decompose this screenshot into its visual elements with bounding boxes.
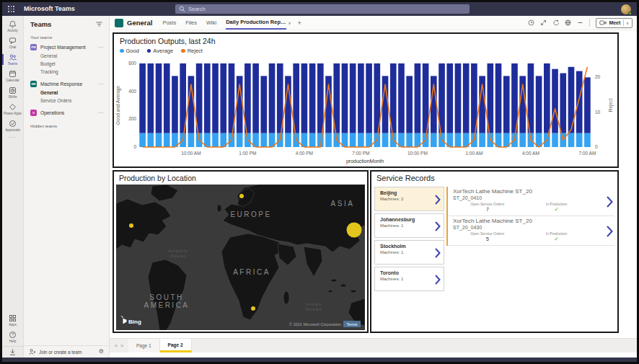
map-dot-toronto[interactable]: [129, 223, 133, 228]
app-rail: Activity Chat Teams Calendar Shifts Powe…: [2, 16, 24, 358]
hidden-teams-label[interactable]: Hidden teams: [30, 124, 109, 128]
sidebar-title: Teams: [30, 20, 51, 28]
rail-item-power-apps[interactable]: Power Apps: [2, 102, 23, 117]
gear-icon[interactable]: ⚙: [99, 349, 104, 355]
service-records-panel: Service Records Beijing Machines: 2 Joha…: [370, 170, 619, 333]
channel-row[interactable]: Service Orders: [24, 97, 109, 105]
download-desktop-button[interactable]: [2, 346, 23, 358]
channel-row[interactable]: Tracking: [24, 68, 109, 76]
page-next-button[interactable]: >: [120, 343, 123, 348]
chevron-right-icon[interactable]: [607, 226, 613, 237]
page-tab-1[interactable]: Page 1: [128, 339, 160, 352]
bell-icon: [9, 20, 17, 28]
rail-item-chat[interactable]: Chat: [2, 35, 23, 50]
team-more-button[interactable]: ···: [98, 45, 104, 50]
chevron-right-icon[interactable]: [607, 196, 613, 208]
channel-row[interactable]: Budget: [24, 60, 109, 68]
team-avatar: MR: [30, 81, 37, 87]
join-or-create-team-button[interactable]: Join or create a team ⚙: [24, 345, 109, 358]
tab-dropdown-icon[interactable]: ∨: [288, 21, 291, 25]
production-chart-panel: Production Outputs, last 24h Good Averag…: [113, 32, 619, 168]
filter-icon[interactable]: [95, 20, 103, 28]
collapse-icon[interactable]: [577, 19, 583, 26]
chevron-right-icon[interactable]: [435, 195, 441, 205]
meet-dropdown-icon[interactable]: ∨: [626, 21, 629, 25]
chevron-right-icon[interactable]: [435, 221, 441, 231]
person-add-icon: [29, 348, 36, 355]
add-tab-button[interactable]: +: [298, 19, 301, 27]
map-dot-stockholm[interactable]: [239, 194, 244, 198]
channel-row-active[interactable]: General: [24, 89, 109, 97]
channel-row[interactable]: General: [24, 52, 109, 60]
team-row-project-management[interactable]: PM Project Management ···: [24, 42, 109, 52]
machine-card-st20-0430[interactable]: XorTech Lathe Machine ST_20 ST_20_0430 O…: [449, 216, 614, 246]
open-service-orders-value: 7: [453, 207, 522, 212]
rail-more-button[interactable]: ···: [2, 135, 23, 143]
chart-legend: Good Average Reject: [120, 48, 617, 54]
svg-text:10:00 AM: 10:00 AM: [181, 151, 200, 156]
download-icon: [9, 348, 17, 356]
location-item-stockholm[interactable]: Stockholm Machines: 1: [374, 240, 444, 265]
clock-icon[interactable]: [528, 19, 534, 26]
refresh-icon[interactable]: [552, 19, 559, 26]
location-item-toronto[interactable]: Toronto Machines: 1: [374, 267, 444, 291]
in-production-check: ✓: [522, 206, 591, 213]
svg-text:600: 600: [128, 61, 136, 66]
presence-dot: [628, 12, 632, 15]
world-map[interactable]: EUROPE ASIA AFRICA SOUTH AMERICA Atlanti…: [116, 185, 365, 330]
team-row-machine-response[interactable]: MR Machine Response ···: [24, 79, 109, 89]
user-avatar[interactable]: [621, 4, 631, 14]
map-dot-beijing[interactable]: [347, 223, 362, 238]
tab-files[interactable]: Files: [185, 16, 197, 30]
svg-text:10:00 PM: 10:00 PM: [407, 151, 428, 156]
rail-item-help[interactable]: ? Help: [2, 329, 23, 345]
rail-item-shifts[interactable]: Shifts: [2, 85, 23, 100]
svg-text:EUROPE: EUROPE: [230, 210, 271, 218]
page-tab-2[interactable]: Page 2: [160, 339, 192, 352]
rail-item-calendar[interactable]: Calendar: [2, 68, 23, 84]
shifts-icon: [9, 86, 17, 94]
svg-text:1:00 PM: 1:00 PM: [239, 151, 256, 156]
search-input[interactable]: Search: [175, 4, 470, 14]
location-item-johannesburg[interactable]: Johannesburg Machines: 1: [374, 213, 444, 238]
svg-text:4:00 AM: 4:00 AM: [522, 151, 539, 156]
legend-dot-reject: [181, 49, 185, 53]
svg-text:Atlantic: Atlantic: [168, 249, 188, 253]
team-more-button[interactable]: ···: [98, 110, 104, 115]
tab-posts[interactable]: Posts: [162, 16, 176, 30]
svg-text:Ocean: Ocean: [170, 254, 187, 258]
rail-item-activity[interactable]: Activity: [2, 19, 23, 34]
svg-text:20: 20: [595, 74, 601, 79]
divider-accent: [446, 187, 448, 246]
map-copyright: © 2021 Microsoft Corporation: [289, 322, 341, 327]
svg-text:200: 200: [128, 116, 136, 121]
team-more-button[interactable]: ···: [98, 81, 104, 86]
map-dot-johannesburg[interactable]: [251, 306, 255, 311]
svg-text:400: 400: [128, 89, 136, 94]
team-row-operations[interactable]: O Operations ···: [24, 107, 109, 117]
service-records-title: Service Records: [376, 174, 617, 182]
rail-item-apps[interactable]: Apps: [2, 313, 23, 328]
svg-text:7:00 AM: 7:00 AM: [578, 151, 596, 156]
channel-title: General: [127, 19, 152, 27]
waffle-icon[interactable]: [8, 6, 14, 12]
page-prev-button[interactable]: <: [115, 343, 118, 348]
svg-text:0: 0: [133, 144, 136, 149]
terms-link[interactable]: Terms: [343, 321, 361, 327]
machine-card-st20-0410[interactable]: XorTech Lathe Machine ST_20 ST_20_0410 O…: [449, 187, 614, 216]
tab-wiki[interactable]: Wiki: [206, 16, 216, 30]
rail-item-teams[interactable]: Teams: [2, 52, 23, 67]
meet-button[interactable]: Meet ∨: [596, 18, 633, 28]
calendar-icon: [9, 70, 17, 78]
legend-dot-good: [120, 49, 124, 53]
rail-item-approvals[interactable]: Approvals: [2, 118, 23, 133]
tab-daily-production-report[interactable]: Daily Production Rep…: [226, 16, 286, 30]
service-location-list: Beijing Machines: 2 Johannesburg Machine…: [374, 187, 444, 293]
expand-icon[interactable]: [540, 19, 547, 26]
chevron-right-icon[interactable]: [435, 275, 441, 285]
machine-card-list: XorTech Lathe Machine ST_20 ST_20_0410 O…: [449, 187, 614, 246]
globe-icon[interactable]: [565, 19, 571, 26]
chevron-right-icon[interactable]: [435, 248, 441, 258]
location-item-beijing[interactable]: Beijing Machines: 2: [374, 187, 444, 211]
production-bar-chart[interactable]: 02004006000102010:00 AM1:00 PM4:00 PM7:0…: [114, 60, 617, 165]
